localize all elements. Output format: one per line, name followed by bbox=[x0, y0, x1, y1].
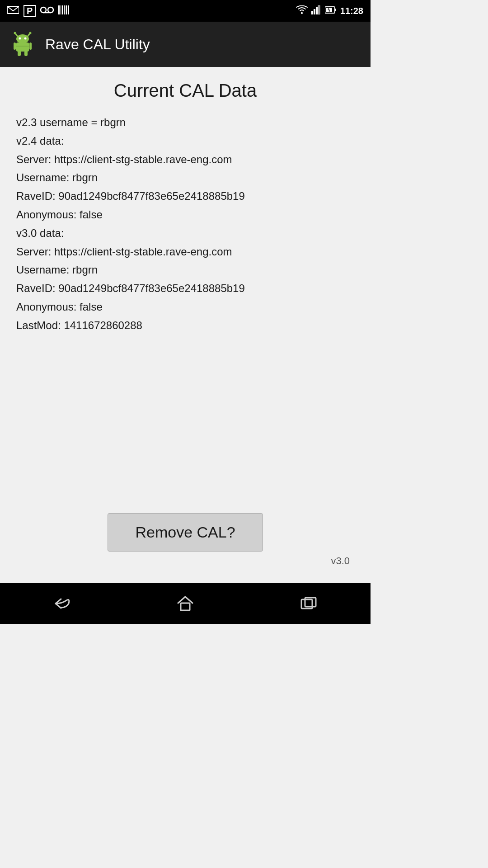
svg-rect-35 bbox=[181, 603, 190, 610]
cal-data-line: Anonymous: false bbox=[16, 206, 354, 224]
home-button[interactable] bbox=[167, 590, 203, 617]
wifi-icon bbox=[296, 5, 308, 17]
svg-rect-8 bbox=[66, 5, 67, 14]
cal-data-line: RaveID: 90ad1249bcf8477f83e65e2418885b19 bbox=[16, 187, 354, 206]
main-content: Current CAL Data v2.3 username = rbgrnv2… bbox=[0, 67, 371, 583]
svg-rect-33 bbox=[24, 51, 28, 56]
svg-point-24 bbox=[14, 32, 16, 34]
svg-point-27 bbox=[19, 38, 21, 40]
cal-data-line: Server: https://client-stg-stable.rave-e… bbox=[16, 243, 354, 261]
nav-bar bbox=[0, 583, 371, 624]
back-button[interactable] bbox=[44, 590, 80, 617]
cal-data-line: v3.0 data: bbox=[16, 224, 354, 243]
svg-rect-13 bbox=[316, 7, 318, 14]
svg-rect-31 bbox=[29, 42, 32, 50]
cal-data-line: Username: rbgrn bbox=[16, 261, 354, 279]
status-bar: P bbox=[0, 0, 371, 22]
app-title: Rave CAL Utility bbox=[45, 36, 150, 53]
status-time: 11:28 bbox=[340, 6, 363, 16]
svg-point-28 bbox=[24, 38, 27, 40]
signal-icon bbox=[311, 5, 321, 17]
svg-rect-17 bbox=[335, 9, 336, 11]
svg-point-1 bbox=[41, 7, 46, 13]
cal-data-line: v2.4 data: bbox=[16, 132, 354, 151]
svg-rect-30 bbox=[14, 42, 16, 50]
svg-rect-4 bbox=[58, 5, 60, 14]
cal-data-line: RaveID: 90ad1249bcf8477f83e65e2418885b19 bbox=[16, 279, 354, 298]
svg-point-25 bbox=[29, 32, 32, 34]
svg-rect-12 bbox=[314, 9, 315, 14]
cal-data-line: Server: https://client-stg-stable.rave-e… bbox=[16, 151, 354, 169]
svg-rect-7 bbox=[64, 5, 65, 14]
svg-point-2 bbox=[48, 7, 53, 13]
app-bar: Rave CAL Utility bbox=[0, 22, 371, 67]
cal-data-line: v2.3 username = rbgrn bbox=[16, 113, 354, 132]
svg-point-10 bbox=[301, 12, 303, 14]
recents-button[interactable] bbox=[291, 590, 327, 617]
app-logo-icon bbox=[9, 31, 36, 58]
cal-data-line: Anonymous: false bbox=[16, 298, 354, 316]
version-label: v3.0 bbox=[331, 555, 350, 567]
battery-icon bbox=[325, 5, 337, 17]
parking-icon: P bbox=[23, 5, 36, 17]
svg-rect-5 bbox=[61, 5, 61, 14]
svg-rect-14 bbox=[318, 5, 320, 14]
cal-data-line: Username: rbgrn bbox=[16, 169, 354, 187]
svg-point-26 bbox=[16, 34, 29, 43]
svg-rect-6 bbox=[62, 5, 63, 14]
svg-rect-29 bbox=[16, 42, 29, 52]
page-heading: Current CAL Data bbox=[16, 80, 354, 101]
status-icons-right: 11:28 bbox=[296, 5, 363, 17]
svg-rect-11 bbox=[311, 11, 313, 14]
svg-rect-9 bbox=[68, 5, 69, 14]
cal-data-block: v2.3 username = rbgrnv2.4 data:Server: h… bbox=[16, 113, 354, 335]
gmail-icon bbox=[7, 5, 19, 17]
button-area: Remove CAL? v3.0 bbox=[16, 513, 354, 574]
voicemail-icon bbox=[40, 6, 54, 16]
remove-cal-button[interactable]: Remove CAL? bbox=[108, 513, 263, 552]
barcode-icon bbox=[58, 5, 69, 17]
cal-data-line: LastMod: 1411672860288 bbox=[16, 316, 354, 335]
status-icons-left: P bbox=[7, 5, 69, 17]
svg-rect-32 bbox=[18, 51, 21, 56]
